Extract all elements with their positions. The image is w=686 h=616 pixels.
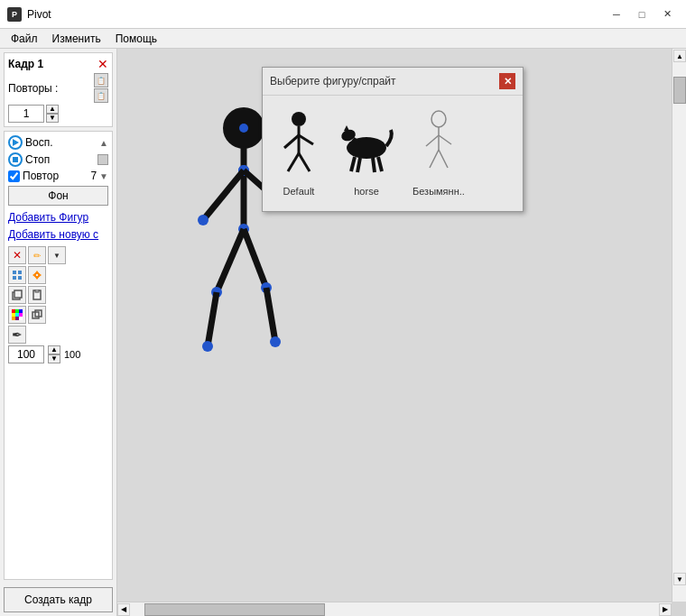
stop-row: Стоп — [8, 152, 108, 167]
svg-marker-7 — [38, 272, 42, 278]
scroll-down-arrow[interactable]: ▼ — [99, 171, 108, 181]
copy-tool-icon[interactable] — [8, 286, 26, 304]
repeat-checkbox-label: Повтор — [23, 170, 59, 182]
size-spin-down[interactable]: ▼ — [48, 354, 60, 363]
figure-sketch[interactable]: Безымянн.. — [413, 110, 465, 197]
frames-section: Кадр 1 ✕ Повторы : 📋 📋 1 ▲ ▼ — [4, 52, 113, 127]
controls-section: Восп. ▲ Стоп Повтор 7 ▼ Фон — [4, 131, 113, 580]
delete-tool-icon[interactable]: ✕ — [8, 246, 26, 264]
svg-line-35 — [208, 292, 217, 346]
window-controls: ─ □ ✕ — [605, 5, 679, 23]
svg-point-41 — [292, 112, 306, 126]
stop-button[interactable]: Стоп — [8, 152, 50, 167]
play-button[interactable]: Восп. — [8, 135, 53, 150]
spin-down-button[interactable]: ▼ — [46, 114, 59, 123]
play-row: Восп. ▲ — [8, 135, 108, 150]
dialog-title: Выберите фигуру/спрайт — [270, 75, 396, 87]
svg-rect-16 — [15, 313, 19, 317]
menu-edit[interactable]: Изменить — [45, 31, 108, 47]
repeat-checkbox-row: Повтор 7 ▼ — [8, 170, 108, 182]
frame-row: Кадр 1 ✕ — [8, 57, 108, 71]
svg-line-37 — [244, 229, 266, 288]
repeat-input[interactable]: 1 — [8, 105, 44, 123]
menu-help[interactable]: Помощь — [108, 31, 164, 47]
figure-default-label: Default — [283, 186, 315, 197]
left-panel: Кадр 1 ✕ Повторы : 📋 📋 1 ▲ ▼ — [0, 49, 117, 616]
svg-rect-9 — [14, 290, 22, 298]
dialog-close-button[interactable]: ✕ — [499, 73, 515, 89]
svg-point-55 — [431, 111, 446, 127]
size-display: 100 — [64, 349, 80, 360]
close-button[interactable]: ✕ — [655, 5, 679, 23]
canvas-area: Выберите фигуру/спрайт ✕ — [117, 49, 686, 616]
svg-line-59 — [430, 150, 439, 168]
vscroll-up-button[interactable]: ▲ — [673, 50, 686, 62]
size-spin-buttons: ▲ ▼ — [48, 345, 60, 363]
duplicate-icon[interactable] — [28, 306, 46, 324]
svg-line-51 — [351, 157, 355, 171]
figure-default[interactable]: Default — [277, 110, 320, 197]
hscroll-thumb[interactable] — [144, 603, 325, 616]
spin-up-button[interactable]: ▲ — [46, 105, 59, 114]
app-icon: P — [7, 7, 22, 22]
size-input[interactable]: 100 — [8, 345, 44, 363]
vscroll-down-button[interactable]: ▼ — [673, 573, 686, 585]
draw-tool-icon[interactable]: ✒ — [8, 326, 26, 344]
vscroll-thumb[interactable] — [673, 77, 686, 104]
svg-line-43 — [284, 135, 299, 148]
size-spin-up[interactable]: ▲ — [48, 345, 60, 354]
minimize-button[interactable]: ─ — [605, 5, 628, 23]
repeat-input-group: 1 ▲ ▼ — [8, 105, 108, 123]
default-stickfigure — [277, 110, 320, 182]
grid-tool-icon[interactable] — [8, 266, 26, 284]
figure-horse-label: horse — [354, 186, 379, 197]
hscroll-left-button[interactable]: ◀ — [117, 603, 130, 616]
horse-figure-svg — [335, 110, 398, 182]
spin-buttons: ▲ ▼ — [46, 105, 59, 123]
drawing-canvas[interactable]: Выберите фигуру/спрайт ✕ — [117, 49, 672, 602]
add-figure-button[interactable]: Добавить Фигур — [8, 209, 108, 225]
svg-point-29 — [198, 215, 209, 225]
sketch-figure-svg — [417, 110, 460, 182]
edit-tool-icon[interactable]: ✏ — [28, 246, 46, 264]
repeat-count: 7 — [90, 170, 97, 182]
svg-line-46 — [299, 153, 310, 171]
frame-close-button[interactable]: ✕ — [97, 57, 108, 71]
svg-marker-6 — [32, 272, 36, 278]
menu-file[interactable]: Файл — [4, 31, 45, 47]
play-icon — [8, 135, 23, 150]
svg-line-53 — [373, 158, 375, 172]
repeat-checkbox[interactable] — [8, 170, 20, 182]
play-label: Восп. — [25, 136, 53, 149]
color-grid-icon[interactable] — [8, 306, 26, 324]
figure-select-dialog: Выберите фигуру/спрайт ✕ — [262, 67, 524, 212]
horizontal-scrollbar[interactable]: ◀ ▶ — [117, 602, 672, 616]
svg-rect-18 — [12, 317, 15, 320]
paste-tool-icon[interactable] — [28, 286, 46, 304]
svg-line-39 — [266, 288, 275, 342]
copy-down-icon[interactable]: 📋 — [94, 88, 108, 103]
create-frame-button[interactable]: Создать кадр — [4, 587, 113, 612]
vertical-scrollbar[interactable]: ▲ ▼ — [672, 49, 686, 602]
dialog-content: Default — [263, 96, 523, 211]
bg-button[interactable]: Фон — [8, 186, 108, 206]
svg-rect-15 — [12, 313, 15, 317]
hscroll-right-button[interactable]: ▶ — [659, 603, 672, 616]
maximize-button[interactable]: □ — [630, 5, 654, 23]
tool-row-2 — [8, 266, 108, 284]
tool-row-3 — [8, 286, 108, 304]
add-new-button[interactable]: Добавить новую с — [8, 228, 108, 241]
svg-rect-11 — [35, 290, 39, 292]
svg-line-45 — [288, 153, 299, 171]
svg-rect-12 — [12, 309, 15, 313]
copy-up-icon[interactable]: 📋 — [94, 73, 108, 87]
stop-label: Стоп — [25, 153, 50, 166]
play-triangle — [13, 139, 19, 146]
scroll-up-arrow[interactable]: ▲ — [99, 138, 108, 148]
svg-line-52 — [357, 158, 360, 172]
move-tool-icon[interactable] — [28, 266, 46, 284]
tool-row-5: ✒ — [8, 326, 108, 344]
scroll-down-icon[interactable]: ▼ — [48, 246, 66, 264]
svg-rect-0 — [13, 271, 16, 274]
figure-horse[interactable]: horse — [335, 110, 398, 197]
